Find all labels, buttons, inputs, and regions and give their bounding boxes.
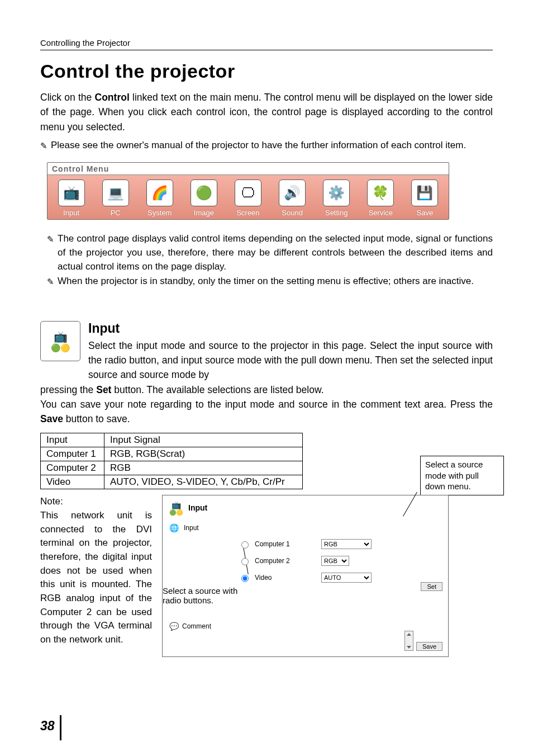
control-menu-figure: Control Menu 📺Input💻PC🌈System🟢Image🖵Scre… [47, 162, 449, 220]
comment-label: Comment [182, 622, 211, 630]
control-menu-item-service[interactable]: 🍀Service [363, 179, 399, 217]
callout-pulldown: Select a source mode with pull down menu… [420, 456, 504, 495]
set-button[interactable]: Set [421, 582, 442, 591]
source-mode-dropdown[interactable]: RGB [321, 539, 372, 549]
page-number: 38 [40, 719, 55, 734]
sound-icon: 🔊 [279, 179, 306, 206]
setting-icon: ⚙️ [323, 179, 350, 206]
control-menu-label-text: System [147, 209, 172, 217]
control-menu-label-text: Setting [325, 209, 348, 217]
control-menu-label-text: Save [417, 209, 434, 217]
source-radio[interactable] [241, 558, 249, 565]
source-radio[interactable] [241, 541, 249, 549]
control-menu-item-save[interactable]: 💾Save [407, 179, 443, 217]
radio-row: Computer 1RGB [239, 536, 448, 552]
input-field-label: Input [184, 524, 234, 532]
pencil-icon: ✎ [47, 275, 54, 289]
radio-row: Computer 2RGB [239, 552, 448, 569]
control-menu-item-input[interactable]: 📺Input [53, 179, 89, 217]
running-header: Controlling the Projector [40, 38, 493, 50]
input-icon: 📺 [58, 179, 85, 206]
control-menu-item-sound[interactable]: 🔊Sound [274, 179, 311, 217]
table-cell: Computer 1 [41, 447, 104, 461]
table-row: VideoAUTO, VIDEO, S-VIDEO, Y, Cb/Pb, Cr/… [41, 475, 303, 489]
control-menu-item-screen[interactable]: 🖵Screen [230, 179, 266, 217]
source-radio[interactable] [241, 575, 249, 582]
comment-icon: 💬 [169, 622, 179, 631]
control-menu-label-text: Sound [282, 209, 303, 217]
input-section-icon: 📺 🟢🟡 [40, 321, 80, 361]
control-menu-item-system[interactable]: 🌈System [141, 179, 178, 217]
side-note: Note:This network unit is connected to t… [40, 495, 152, 646]
source-mode-dropdown[interactable]: AUTO [321, 573, 372, 583]
table-cell: AUTO, VIDEO, S-VIDEO, Y, Cb/Pb, Cr/Pr [104, 475, 303, 489]
control-menu-label-text: Screen [236, 209, 259, 217]
table-row: Computer 1RGB, RGB(Scrat) [41, 447, 303, 461]
table-cell: Video [41, 475, 104, 489]
table-header-cell: Input [41, 433, 104, 447]
system-icon: 🌈 [146, 179, 173, 206]
callout-radio: Select a source with radio buttons. [163, 586, 255, 605]
radio-label: Video [255, 574, 272, 582]
table-cell: Computer 2 [41, 461, 104, 475]
input-screenshot: 📺🟢🟡 Input 🌐 Input Computer 1RGB Computer… [162, 495, 449, 657]
save-icon: 💾 [411, 179, 438, 206]
radio-label: Computer 1 [255, 540, 290, 548]
save-button[interactable]: Save [416, 642, 442, 651]
pencil-icon: ✎ [40, 139, 47, 153]
table-cell: RGB [104, 461, 303, 475]
screenshot-title: Input [188, 503, 207, 512]
table-header-cell: Input Signal [104, 433, 303, 447]
table-row: Computer 2RGB [41, 461, 303, 475]
input-body-1a: Select the input mode and source to the … [88, 338, 493, 382]
radio-label: Computer 2 [255, 557, 290, 565]
input-body-1b: pressing the Set button. The available s… [40, 382, 493, 397]
input-heading: Input [88, 321, 493, 336]
control-menu-label-text: Service [369, 209, 393, 217]
control-menu-label-text: Input [63, 209, 79, 217]
radio-row: VideoAUTO [239, 569, 448, 586]
screen-icon: 🖵 [235, 179, 261, 206]
service-icon: 🍀 [367, 179, 394, 206]
control-menu-label: Control Menu [47, 163, 449, 175]
projector-icon: 📺🟢🟡 [167, 499, 185, 517]
control-menu-item-pc[interactable]: 💻PC [97, 179, 134, 217]
control-menu-item-setting[interactable]: ⚙️Setting [318, 179, 355, 217]
table-cell: RGB, RGB(Scrat) [104, 447, 303, 461]
page-number-rule [60, 715, 61, 740]
intro-paragraph: Click on the Control linked text on the … [40, 90, 493, 134]
page-title: Control the projector [40, 60, 493, 82]
control-menu-label-text: Image [194, 209, 214, 217]
pencil-note: ✎The control page displays valid control… [47, 232, 493, 273]
pencil-note: ✎When the projector is in standby, only … [47, 275, 493, 289]
globe-icon: 🌐 [169, 523, 180, 532]
input-body-2: You can save your note regarding to the … [40, 397, 493, 427]
pencil-note: ✎Please see the owner's manual of the pr… [40, 139, 493, 153]
input-signal-table: InputInput SignalComputer 1RGB, RGB(Scra… [40, 433, 303, 489]
control-menu-item-image[interactable]: 🟢Image [185, 179, 222, 217]
pencil-icon: ✎ [47, 232, 54, 273]
pc-icon: 💻 [102, 179, 129, 206]
control-menu-label-text: PC [111, 209, 121, 217]
comment-scrollbar[interactable] [404, 631, 413, 651]
source-mode-dropdown[interactable]: RGB [321, 556, 349, 566]
image-icon: 🟢 [191, 179, 217, 206]
